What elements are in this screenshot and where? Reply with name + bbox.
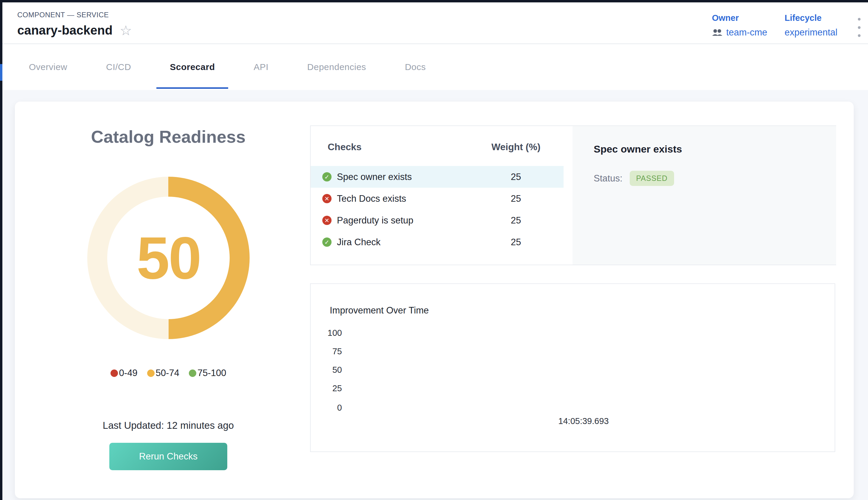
chart-plot-area [349, 326, 817, 410]
check-status-icon [322, 172, 332, 181]
check-row-pagerduty[interactable]: Pagerduty is setup 25 [311, 209, 564, 231]
entity-header: COMPONENT — SERVICE canary-backend ☆ Own… [2, 2, 868, 44]
tab-dependencies[interactable]: Dependencies [307, 62, 366, 72]
check-label: Spec owner exists [337, 172, 412, 182]
check-status-icon [322, 238, 332, 247]
owner-label: Owner [712, 13, 767, 23]
legend-dot-red [111, 370, 118, 377]
y-axis-tick: 75 [311, 346, 342, 356]
status-label: Status: [594, 173, 623, 184]
page-title: canary-backend [17, 23, 113, 37]
gauge-section: Catalog Readiness 50 0-49 50-74 75-100 [15, 102, 322, 498]
breadcrumb: COMPONENT — SERVICE [17, 11, 109, 19]
checks-rows: Spec owner exists 25 Tech Docs exists 25 [311, 166, 572, 253]
check-weight: 25 [468, 193, 564, 204]
check-weight: 25 [468, 172, 564, 182]
check-row-jira[interactable]: Jira Check 25 [311, 231, 564, 253]
lifecycle-label: Lifecycle [785, 13, 837, 23]
legend-dot-green [189, 370, 196, 377]
sidebar-active-indicator [0, 64, 2, 81]
last-updated-text: Last Updated: 12 minutes ago [15, 420, 322, 431]
cross-status-icon [322, 216, 332, 225]
checks-panel: Checks Weight (%) Spec owner exists 25 [310, 125, 836, 265]
check-label: Pagerduty is setup [337, 215, 414, 226]
legend-label: 0-49 [119, 368, 138, 378]
owner-link[interactable]: team-cme [726, 27, 767, 38]
y-axis-tick: 50 [311, 365, 342, 375]
kebab-dot [858, 34, 860, 37]
legend-dot-yellow [147, 370, 154, 377]
scorecard-title: Catalog Readiness [15, 127, 322, 147]
check-label: Tech Docs exists [337, 193, 406, 204]
x-axis-tick: 14:05:39.693 [558, 416, 609, 426]
legend-item-high: 75-100 [189, 368, 227, 378]
check-row-tech-docs[interactable]: Tech Docs exists 25 [311, 188, 564, 209]
score-gauge: 50 [87, 177, 250, 339]
checks-list: Checks Weight (%) Spec owner exists 25 [311, 126, 572, 265]
kebab-dot [858, 26, 860, 29]
column-header-checks: Checks [311, 141, 468, 152]
favorite-star-icon[interactable]: ☆ [120, 24, 132, 37]
score-gauge-hole: 50 [107, 197, 230, 319]
tab-overview[interactable]: Overview [29, 62, 67, 72]
people-icon [712, 29, 722, 36]
kebab-dot [858, 18, 860, 21]
legend-label: 75-100 [197, 368, 227, 378]
y-axis-tick: 100 [311, 328, 342, 338]
y-axis-tick: 25 [311, 384, 342, 393]
check-detail-title: Spec owner exists [594, 143, 682, 155]
legend-item-mid: 50-74 [147, 368, 179, 378]
tab-docs[interactable]: Docs [405, 62, 426, 72]
tab-bar: Overview CI/CD Scorecard API Dependencie… [2, 44, 868, 90]
rerun-checks-button[interactable]: Rerun Checks [109, 443, 227, 470]
chart-title: Improvement Over Time [330, 305, 429, 316]
status-badge: PASSED [630, 171, 674, 186]
legend-item-low: 0-49 [111, 368, 138, 378]
owner-block: Owner team-cme [712, 13, 767, 38]
window-top-edge [0, 0, 868, 2]
check-weight: 25 [468, 215, 564, 226]
y-axis-tick: 0 [311, 403, 342, 413]
tab-api[interactable]: API [254, 62, 268, 72]
legend-label: 50-74 [156, 368, 179, 378]
check-weight: 25 [468, 237, 564, 248]
improvement-chart-panel: Improvement Over Time 100 75 50 25 0 14:… [310, 283, 835, 452]
tab-scorecard[interactable]: Scorecard [170, 62, 215, 72]
checks-table-header: Checks Weight (%) [311, 141, 564, 152]
check-label: Jira Check [337, 237, 380, 248]
lifecycle-value: experimental [785, 27, 837, 38]
page-background: Catalog Readiness 50 0-49 50-74 75-100 [2, 90, 868, 500]
check-row-spec-owner[interactable]: Spec owner exists 25 [311, 166, 564, 188]
column-header-weight: Weight (%) [468, 141, 564, 152]
cross-status-icon [322, 194, 332, 203]
scorecard-card: Catalog Readiness 50 0-49 50-74 75-100 [15, 102, 854, 498]
tab-cicd[interactable]: CI/CD [106, 62, 131, 72]
score-legend: 0-49 50-74 75-100 [15, 368, 322, 378]
kebab-menu-button[interactable] [853, 18, 865, 37]
score-value: 50 [136, 224, 200, 292]
check-detail-panel: Spec owner exists Status: PASSED [572, 126, 836, 265]
lifecycle-block: Lifecycle experimental [785, 13, 837, 38]
